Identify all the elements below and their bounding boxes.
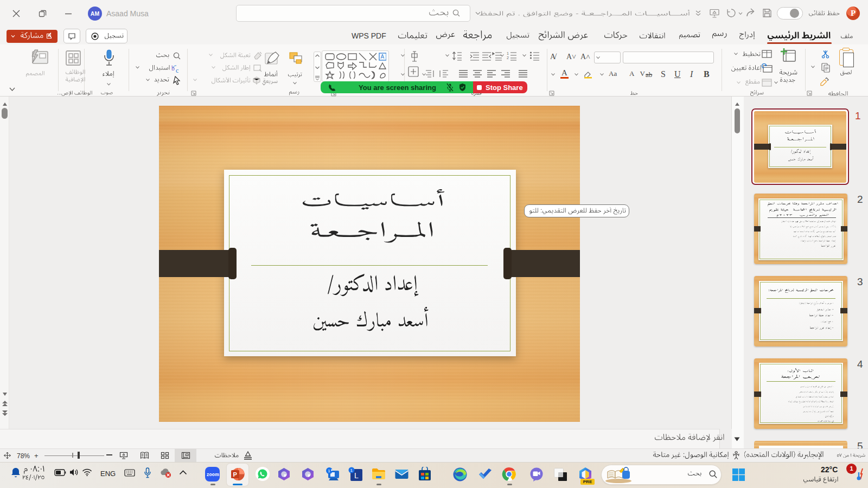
svg-text:A: A: [381, 54, 385, 60]
svg-text:c: c: [176, 67, 178, 73]
svg-text:2: 2: [507, 56, 509, 60]
svg-text:1: 1: [507, 52, 509, 55]
svg-text:L: L: [354, 471, 359, 480]
svg-text:P: P: [233, 471, 237, 478]
svg-text:1: 1: [328, 468, 330, 473]
svg-text:1: 1: [350, 468, 353, 473]
